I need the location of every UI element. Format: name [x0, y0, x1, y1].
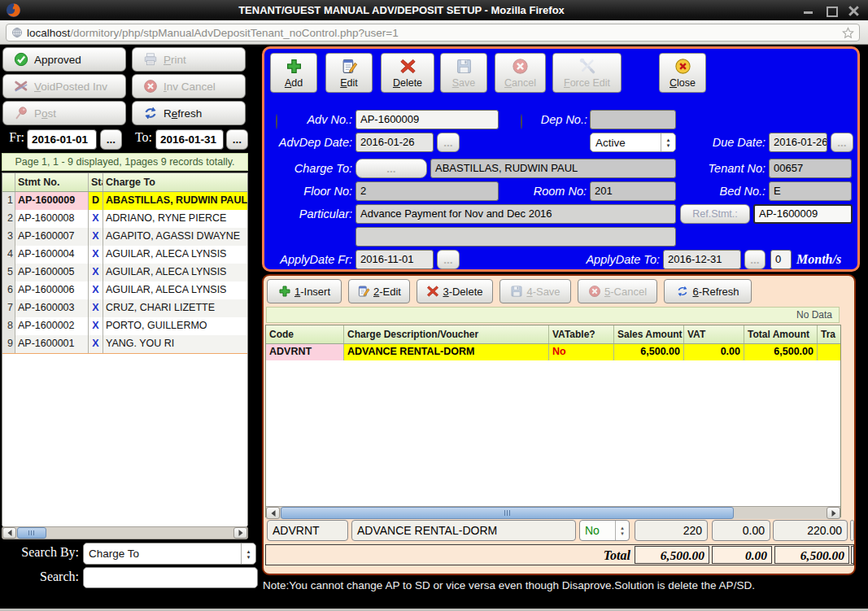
- force-edit-label: Force Edit: [564, 77, 610, 89]
- bed-no-input: E: [769, 181, 852, 201]
- room-no-input: 201: [590, 181, 676, 201]
- floor-no-input: 2: [355, 181, 499, 201]
- edit-button[interactable]: Edit: [325, 53, 373, 93]
- charge-row[interactable]: ADVRNT ADVANCE RENTAL-DORM No 6,500.00 0…: [266, 344, 840, 360]
- window-title: TENANT/GUEST MANUAL ADV/DEPOSIT SETUP - …: [0, 4, 803, 16]
- table-row[interactable]: 7 AP-1600003 X CRUZ, CHARI LIZETTE: [2, 299, 247, 317]
- header-code[interactable]: Code: [266, 325, 344, 343]
- close-button[interactable]: Close: [659, 53, 706, 93]
- total-sales: 6,500.00: [635, 546, 709, 564]
- scroll-right-icon[interactable]: [233, 527, 247, 539]
- header-total-amount[interactable]: Total Amount: [744, 325, 818, 343]
- delete-button[interactable]: Delete: [381, 53, 434, 93]
- delete-label: Delete: [393, 77, 422, 89]
- table-row[interactable]: 8 AP-1600002 X PORTO, GUILLERMO: [2, 317, 247, 335]
- scrollbar-thumb[interactable]: [17, 527, 46, 539]
- edit-extra-input: [850, 520, 854, 541]
- apply-to-input: 2016-12-31: [663, 250, 741, 269]
- close-window-icon[interactable]: [848, 6, 860, 15]
- charges-hscrollbar[interactable]: [266, 506, 840, 519]
- table-row[interactable]: 4 AP-1600004 X AGUILAR, ALECA LYNSIS: [2, 246, 247, 264]
- tenant-no-input: 00657: [769, 159, 852, 178]
- approved-button[interactable]: Approved: [2, 47, 126, 72]
- months-input[interactable]: 0: [770, 250, 792, 269]
- apply-from-input: 2016-11-01: [355, 250, 434, 269]
- charges-table-empty-area: [266, 360, 840, 506]
- insert-button[interactable]: 1-Insert: [267, 279, 342, 303]
- minimize-icon[interactable]: [803, 6, 814, 15]
- header-vatable[interactable]: VATable?: [549, 325, 614, 343]
- edit-total-input[interactable]: 220.00: [773, 520, 848, 541]
- scroll-left-icon[interactable]: [2, 527, 16, 539]
- total-vat: 0.00: [712, 546, 772, 564]
- header-status[interactable]: Sta: [89, 173, 103, 191]
- pager-status: Page 1, 1 - 9 displayed, 1pages 9 record…: [2, 153, 248, 171]
- add-button[interactable]: Add: [270, 53, 317, 93]
- statements-hscrollbar[interactable]: [2, 526, 248, 539]
- save-button: Save: [440, 53, 487, 93]
- header-rownum: [2, 173, 15, 191]
- close-circle-icon: [674, 58, 691, 75]
- date-to-input[interactable]: 2016-01-31: [155, 129, 224, 150]
- print-label: Print: [164, 54, 186, 66]
- header-description[interactable]: Charge Description/Voucher: [344, 325, 549, 343]
- search-input[interactable]: [83, 567, 258, 588]
- insert-label: 1-Insert: [294, 286, 330, 298]
- vatable-select[interactable]: No: [579, 520, 630, 541]
- refresh-button[interactable]: Refresh: [132, 101, 246, 125]
- adv-no-label: Adv No.:: [287, 110, 352, 129]
- edit-description-input[interactable]: ADVANCE RENTAL-DORM: [351, 520, 576, 541]
- search-by-select[interactable]: Charge To: [83, 543, 256, 565]
- edit-vat-input[interactable]: 0.00: [712, 520, 770, 541]
- table-row[interactable]: 9 AP-1600001 X YANG. YOU RI: [2, 335, 247, 353]
- header-vat[interactable]: VAT: [684, 325, 744, 343]
- header-tra[interactable]: Tra: [818, 325, 840, 343]
- charges-table-header: Code Charge Description/Voucher VATable?…: [266, 325, 840, 344]
- adv-no-radio[interactable]: [276, 114, 277, 129]
- table-row[interactable]: 3 AP-1600007 X AGAPITO, AGASSI DWAYNE: [2, 228, 247, 246]
- tools-icon: [578, 58, 595, 75]
- scrollbar-thumb[interactable]: [281, 507, 734, 519]
- dep-no-label: Dep No.:: [530, 110, 587, 129]
- date-to-picker-button[interactable]: ...: [226, 129, 248, 150]
- advdep-date-picker-button: ...: [437, 133, 460, 152]
- spinner-icon[interactable]: [241, 543, 255, 564]
- detail-edit-button[interactable]: 2-Edit: [348, 279, 410, 303]
- address-input[interactable]: localhost /dormitory/php/stpManualAdvDep…: [6, 24, 860, 41]
- table-row[interactable]: 1 AP-1600009 D ABASTILLAS, RUDWIN PAUL: [2, 192, 247, 210]
- status-value: Active: [591, 137, 661, 149]
- table-row[interactable]: 2 AP-1600008 X ADRIANO, RYNE PIERCE: [2, 210, 247, 228]
- date-from-input[interactable]: 2016-01-01: [27, 129, 97, 150]
- detail-refresh-button[interactable]: 6-Refresh: [664, 279, 752, 303]
- adv-no-input[interactable]: AP-1600009: [355, 110, 499, 129]
- title-bar: TENANT/GUEST MANUAL ADV/DEPOSIT SETUP - …: [0, 0, 868, 20]
- detail-delete-button[interactable]: 3-Delete: [417, 279, 493, 303]
- spinner-icon[interactable]: [615, 521, 629, 540]
- apply-from-label: ApplyDate Fr:: [264, 250, 352, 269]
- table-row[interactable]: 5 AP-1600005 X AGUILAR, ALECA LYNSIS: [2, 264, 247, 281]
- cancel-label: Cancel: [504, 77, 536, 89]
- edit-sales-input[interactable]: 220: [635, 520, 708, 541]
- url-host: localhost: [27, 27, 70, 39]
- edit-code-input[interactable]: ADVRNT: [267, 520, 348, 541]
- header-stmt-no[interactable]: Stmt No.: [15, 173, 89, 191]
- void-posted-inv-label: VoidPosted Inv: [34, 81, 107, 93]
- print-button: Print: [132, 47, 246, 72]
- maximize-icon[interactable]: [826, 6, 837, 15]
- header-sales-amount[interactable]: Sales Amount: [614, 325, 684, 343]
- firefox-window: TENANT/GUEST MANUAL ADV/DEPOSIT SETUP - …: [0, 0, 868, 611]
- status-select[interactable]: Active: [590, 133, 676, 152]
- dep-no-radio[interactable]: [521, 114, 522, 129]
- table-row[interactable]: 6 AP-1600006 X AGUILAR, ALECA LYNSIS: [2, 281, 247, 299]
- statements-table: Stmt No. Sta Charge To 1 AP-1600009 D AB…: [2, 172, 248, 526]
- edit-label: Edit: [340, 77, 358, 89]
- date-from-picker-button[interactable]: ...: [100, 129, 122, 150]
- scroll-right-icon[interactable]: [827, 507, 840, 519]
- header-charge-to[interactable]: Charge To: [103, 173, 247, 191]
- void-posted-inv-button: VoidPosted Inv: [2, 74, 126, 98]
- scroll-left-icon[interactable]: [266, 507, 280, 519]
- spinner-icon[interactable]: [661, 133, 675, 151]
- cancel-circle-icon: [588, 285, 601, 298]
- dep-no-input: [590, 110, 676, 129]
- bookmark-star-icon[interactable]: [842, 27, 854, 39]
